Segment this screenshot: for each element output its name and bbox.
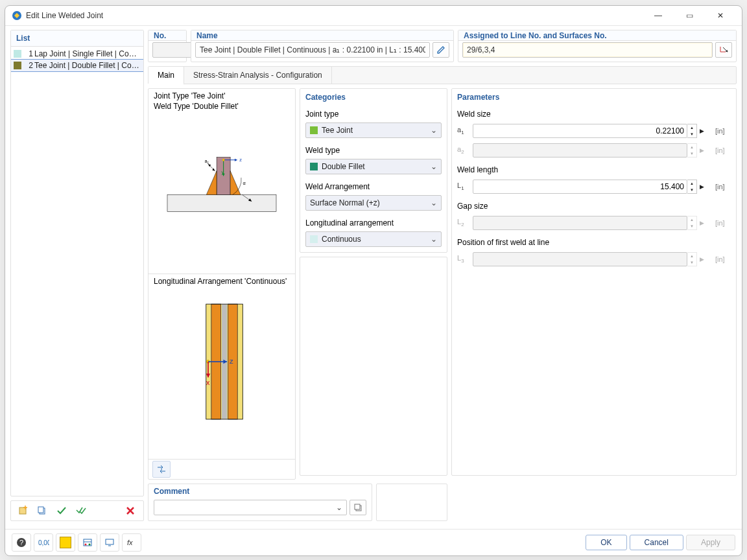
go-icon[interactable]: ▶ — [698, 183, 705, 190]
list-body[interactable]: 1 Lap Joint | Single Fillet | Continuous… — [11, 47, 143, 496]
weld-size-label: Weld size — [457, 110, 731, 119]
color-icon[interactable] — [56, 533, 75, 552]
apply-button[interactable]: Apply — [686, 535, 735, 550]
spinner-buttons[interactable]: ▲▼ — [687, 124, 697, 138]
titlebar: Edit Line Welded Joint — ▭ ✕ — [5, 6, 742, 26]
tab-stress-strain[interactable]: Stress-Strain Analysis - Configuration — [184, 67, 332, 84]
z-axis-label-2: z — [230, 357, 233, 365]
minimize-button[interactable]: — — [643, 6, 673, 25]
combo-value: Tee Joint — [322, 126, 353, 135]
weld-arrangement-label: Weld Arrangement — [305, 182, 442, 191]
comment-copy-icon[interactable] — [350, 500, 366, 515]
a1-label: a1 — [457, 126, 470, 135]
tab-main[interactable]: Main — [148, 67, 184, 85]
a2-label: a2 — [457, 145, 470, 155]
list-item[interactable]: 1 Lap Joint | Single Fillet | Continuous — [11, 48, 143, 60]
help-icon[interactable]: ? — [12, 533, 31, 552]
svg-text:?: ? — [19, 539, 23, 546]
preview-long-caption: Longitudinal Arrangement 'Continuous' — [154, 277, 290, 287]
alpha-label: α — [243, 180, 246, 186]
a2-input — [473, 143, 687, 158]
list-toolbar — [10, 500, 144, 521]
go-icon[interactable]: ▶ — [698, 128, 705, 134]
weld-arrangement-combo[interactable]: Surface Normal (+z) ⌄ — [305, 195, 442, 211]
list-header: List — [11, 30, 143, 47]
list-item-text: Lap Joint | Single Fillet | Continuous — [34, 49, 141, 58]
dialog-window: Edit Line Welded Joint — ▭ ✕ List 1 Lap … — [5, 5, 742, 556]
check-multi-icon[interactable] — [72, 502, 90, 519]
name-input[interactable] — [195, 42, 430, 58]
window-controls: — ▭ ✕ — [643, 6, 735, 25]
joint-type-label: Joint type — [305, 110, 442, 119]
go-icon: ▶ — [698, 147, 705, 154]
unit-label: [in] — [715, 255, 731, 263]
empty-panel — [300, 257, 447, 476]
l1-input[interactable] — [473, 180, 687, 194]
svg-rect-37 — [106, 539, 113, 544]
tee-joint-diagram: z y a1 — [154, 111, 290, 271]
cancel-button[interactable]: Cancel — [630, 535, 683, 550]
diagram-icon[interactable] — [78, 533, 97, 552]
comment-side-panel — [376, 484, 447, 521]
spinner-buttons[interactable]: ▲▼ — [687, 180, 697, 194]
longitudinal-arrangement-label: Longitudinal arrangement — [305, 218, 442, 228]
weld-type-label: Weld type — [305, 146, 442, 155]
param-a1-row: a1 ▲▼ ▶ [in] — [457, 124, 731, 138]
spinner-buttons: ▲▼ — [687, 216, 697, 230]
svg-text:0,00: 0,00 — [38, 539, 49, 546]
combo-value: Surface Normal (+z) — [310, 198, 380, 207]
close-button[interactable]: ✕ — [706, 6, 735, 25]
weld-type-combo[interactable]: Double Fillet ⌄ — [305, 159, 442, 174]
comment-title: Comment — [148, 484, 372, 497]
chevron-down-icon: ⌄ — [431, 162, 437, 171]
list-item[interactable]: 2 Tee Joint | Double Fillet | Continuous — [11, 60, 143, 71]
unit-label: [in] — [715, 127, 731, 135]
l2-input — [473, 216, 687, 230]
copy-icon[interactable] — [33, 502, 51, 519]
spinner-buttons: ▲▼ — [687, 252, 697, 266]
a1-dim-label: a1 — [205, 159, 209, 165]
a1-input[interactable] — [473, 124, 687, 138]
pick-in-view-icon[interactable] — [715, 42, 732, 58]
no-label: No. — [148, 30, 186, 41]
svg-text:fx: fx — [127, 539, 133, 546]
preview-upper: Joint Type 'Tee Joint' Weld Type 'Double… — [148, 89, 295, 274]
ok-button[interactable]: OK — [586, 535, 626, 550]
svg-marker-9 — [235, 159, 237, 161]
parameters-title: Parameters — [452, 89, 736, 103]
categories-panel: Categories Joint type Tee Joint ⌄ Weld t… — [300, 88, 447, 253]
maximize-button[interactable]: ▭ — [674, 6, 704, 25]
list-item-no: 1 — [23, 49, 34, 58]
check-green-icon[interactable] — [53, 502, 71, 519]
longitudinal-arrangement-combo[interactable]: Continuous ⌄ — [305, 231, 442, 247]
l3-input — [473, 252, 687, 266]
l3-label: L3 — [457, 254, 470, 264]
swap-icon[interactable] — [152, 461, 171, 478]
list-item-no: 2 — [23, 61, 34, 70]
color-swatch — [14, 62, 21, 69]
comment-combo[interactable]: ⌄ — [154, 500, 347, 515]
longitudinal-diagram: z x — [154, 287, 290, 456]
monitor-icon[interactable] — [100, 533, 119, 552]
fx-icon[interactable]: fx — [122, 533, 141, 552]
app-icon — [12, 10, 22, 21]
color-swatch — [310, 163, 318, 170]
combo-value: Double Fillet — [322, 162, 365, 171]
no-panel: No. — [148, 30, 187, 62]
position-first-weld-label: Position of first weld at line — [457, 238, 731, 247]
param-l2-row: L2 ▲▼ ▶ [in] — [457, 216, 731, 230]
joint-type-combo[interactable]: Tee Joint ⌄ — [305, 122, 442, 138]
color-swatch — [14, 50, 21, 58]
chevron-down-icon: ⌄ — [431, 235, 437, 244]
svg-point-35 — [85, 544, 87, 546]
chevron-down-icon: ⌄ — [336, 503, 342, 512]
units-icon[interactable]: 0,00 — [34, 533, 53, 552]
delete-icon[interactable] — [121, 502, 139, 519]
assigned-input[interactable] — [462, 42, 713, 58]
edit-name-icon[interactable] — [433, 42, 449, 58]
color-swatch — [310, 235, 318, 243]
left-column: List 1 Lap Joint | Single Fillet | Conti… — [10, 30, 144, 521]
preview-caption-1: Joint Type 'Tee Joint' — [154, 91, 290, 102]
parameters-panel: Parameters Weld size a1 ▲▼ ▶ [in] — [451, 88, 737, 476]
new-icon[interactable] — [14, 502, 32, 519]
